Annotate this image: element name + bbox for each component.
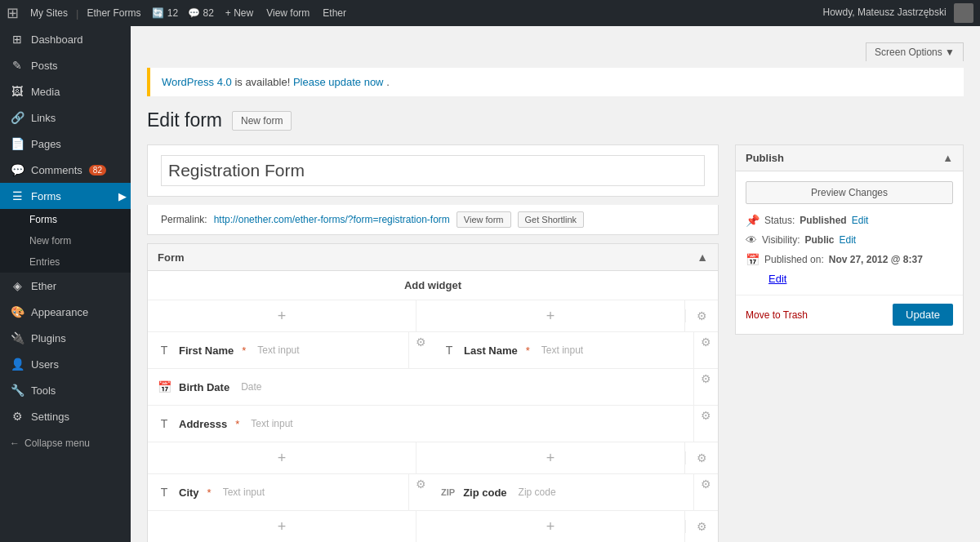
birthdate-gear[interactable]: ⚙ — [694, 369, 718, 405]
ether-forms-link[interactable]: Ether Forms — [82, 7, 145, 19]
form-row-city-zip: T City * Text input ⚙ ZIP Zip code Zip c… — [148, 474, 718, 511]
status-edit-link[interactable]: Edit — [852, 215, 869, 226]
sidebar-item-dashboard[interactable]: ⊞ Dashboard — [0, 26, 131, 52]
add-city-col[interactable]: + — [148, 442, 416, 473]
get-shortlink-button[interactable]: Get Shortlink — [518, 211, 585, 228]
users-icon: 👤 — [10, 358, 24, 371]
sidebar-item-appearance[interactable]: 🎨 Appearance — [0, 299, 131, 325]
sidebar-item-ether[interactable]: ◈ Ether — [0, 273, 131, 299]
comments-link[interactable]: 💬 82 — [185, 7, 217, 19]
forms-icon: ☰ — [10, 189, 24, 202]
sidebar-item-label: Posts — [31, 60, 58, 72]
form-row-address: T Addresss * Text input ⚙ — [148, 406, 718, 442]
sidebar-item-plugins[interactable]: 🔌 Plugins — [0, 325, 131, 351]
city-gear[interactable]: ⚙ — [409, 474, 433, 510]
published-date-edit-link[interactable]: Edit — [768, 273, 786, 285]
sidebar-item-label: Users — [31, 358, 59, 371]
sidebar-item-links[interactable]: 🔗 Links — [0, 104, 131, 131]
add-row-city: + + ⚙ — [148, 442, 718, 474]
address-gear[interactable]: ⚙ — [694, 406, 718, 442]
dashboard-icon: ⊞ — [10, 33, 24, 46]
form-title-input[interactable] — [161, 155, 705, 186]
page-title-row: Edit form New form — [147, 109, 964, 131]
form-cell-birthdate: 📅 Birth Date Date — [148, 369, 694, 405]
add-row-gear[interactable]: ⚙ — [685, 309, 718, 322]
form-cell-lastname: T Last Name * Text input — [433, 332, 694, 368]
forms-submenu: Forms New form Entries — [0, 209, 131, 273]
add-state-col[interactable]: + — [148, 511, 416, 542]
layout: ⊞ Dashboard ✎ Posts 🖼 Media 🔗 Links 📄 Pa… — [0, 26, 980, 542]
main-editor: Permalink: http://onether.com/ether-form… — [147, 144, 719, 542]
publish-panel: Publish ▲ Preview Changes 📌 Status: Publ… — [735, 144, 964, 335]
submenu-entries[interactable]: Entries — [0, 251, 131, 273]
status-icon: 📌 — [746, 214, 760, 227]
add-first-col[interactable]: + — [148, 300, 416, 331]
sidebar-item-label: Ether — [31, 280, 56, 292]
permalink-row: Permalink: http://onether.com/ether-form… — [147, 205, 719, 235]
lastname-gear[interactable]: ⚙ — [694, 332, 718, 368]
wp-version-link[interactable]: WordPress 4.0 — [162, 76, 232, 88]
add-second-col[interactable]: + — [416, 300, 685, 331]
sidebar-item-label: Settings — [31, 411, 69, 423]
new-link[interactable]: + New — [220, 7, 258, 19]
form-row-names: T First Name * Text input ⚙ T Last Name … — [148, 332, 718, 369]
collapse-menu-btn[interactable]: ← Collapse menu — [0, 429, 131, 457]
view-form-link[interactable]: View form — [261, 7, 314, 19]
my-sites-link[interactable]: My Sites — [25, 7, 73, 19]
updates-link[interactable]: 🔄 12 — [149, 7, 181, 19]
add-state-row-gear[interactable]: ⚙ — [685, 520, 718, 533]
preview-changes-button[interactable]: Preview Changes — [746, 181, 953, 204]
screen-options-button[interactable]: Screen Options ▼ — [866, 42, 964, 61]
sidebar-item-forms[interactable]: ☰ Forms ▶ — [0, 183, 131, 209]
form-cell-address: T Addresss * Text input — [148, 406, 694, 442]
widget-collapse-btn[interactable]: ▲ — [697, 251, 708, 264]
main-content: Screen Options ▼ WordPress 4.0 is availa… — [131, 26, 980, 542]
view-form-button[interactable]: View form — [457, 211, 511, 228]
publish-collapse-btn[interactable]: ▲ — [942, 152, 953, 164]
sidebar-item-users[interactable]: 👤 Users — [0, 351, 131, 377]
sidebar-item-media[interactable]: 🖼 Media — [0, 78, 131, 104]
site-name-link[interactable]: Ether — [318, 7, 351, 19]
move-to-trash-link[interactable]: Move to Trash — [746, 309, 808, 321]
form-row-birthdate: 📅 Birth Date Date ⚙ — [148, 369, 718, 406]
zip-prefix: ZIP — [441, 487, 455, 497]
sidebar-item-label: Tools — [31, 384, 56, 397]
sidebar-item-tools[interactable]: 🔧 Tools — [0, 377, 131, 403]
birthdate-label: Birth Date — [179, 381, 229, 393]
permalink-url[interactable]: http://onether.com/ether-forms/?form=reg… — [214, 214, 450, 225]
zip-gear[interactable]: ⚙ — [694, 474, 718, 510]
add-country-col[interactable]: + — [416, 511, 685, 542]
sidebar-item-label: Appearance — [31, 306, 88, 318]
screen-options-bar: Screen Options ▼ — [147, 42, 964, 61]
submenu-forms[interactable]: Forms — [0, 209, 131, 230]
sidebar: ⊞ Dashboard ✎ Posts 🖼 Media 🔗 Links 📄 Pa… — [0, 26, 131, 542]
publish-status: 📌 Status: Published Edit — [746, 214, 953, 227]
sidebar-item-label: Pages — [31, 138, 61, 150]
sidebar-item-posts[interactable]: ✎ Posts — [0, 52, 131, 78]
text-icon-4: T — [156, 486, 172, 499]
add-zip-col[interactable]: + — [416, 442, 685, 473]
form-cell-zip: ZIP Zip code Zip code — [433, 474, 694, 510]
forms-arrow: ▶ — [114, 183, 131, 209]
page-title: Edit form — [147, 109, 222, 131]
ether-icon: ◈ — [10, 279, 24, 292]
update-button[interactable]: Update — [893, 304, 953, 326]
comments-icon: 💬 — [10, 163, 24, 176]
tools-icon: 🔧 — [10, 384, 24, 397]
form-widget-header: Form ▲ — [148, 244, 718, 271]
sidebar-item-settings[interactable]: ⚙ Settings — [0, 403, 131, 429]
collapse-icon: ← — [10, 438, 20, 449]
text-icon-3: T — [156, 417, 172, 430]
submenu-new-form[interactable]: New form — [0, 230, 131, 251]
new-form-button[interactable]: New form — [232, 111, 292, 131]
please-update-link[interactable]: Please update now — [293, 76, 384, 88]
publish-body: Preview Changes 📌 Status: Published Edit… — [736, 171, 963, 295]
firstname-gear[interactable]: ⚙ — [409, 332, 433, 368]
visibility-edit-link[interactable]: Edit — [839, 234, 856, 246]
add-city-row-gear[interactable]: ⚙ — [685, 451, 718, 464]
sidebar-item-pages[interactable]: 📄 Pages — [0, 131, 131, 157]
text-icon-2: T — [441, 344, 457, 357]
sidebar-item-comments[interactable]: 💬 Comments 82 — [0, 157, 131, 183]
form-cell-city: T City * Text input — [148, 474, 409, 510]
update-notice: WordPress 4.0 is available! Please updat… — [147, 68, 964, 96]
